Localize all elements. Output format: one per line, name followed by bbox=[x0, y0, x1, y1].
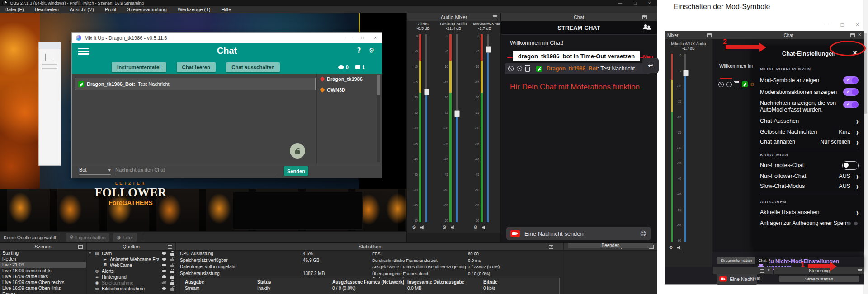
send-button[interactable]: Senden bbox=[284, 166, 308, 176]
twitch-message-input[interactable]: Eine Nachricht senden ☺ bbox=[506, 227, 651, 240]
dock-popout-icon[interactable] bbox=[858, 269, 862, 273]
source-list-item[interactable]: ◍ Alerts bbox=[87, 268, 175, 274]
obs-maximize-button[interactable]: □ bbox=[634, 1, 636, 5]
obs-minimize-button[interactable]: — bbox=[618, 1, 622, 5]
chat-message-input[interactable]: Nachricht an den Chat bbox=[115, 167, 275, 174]
settings-gear-icon[interactable]: ⚙ bbox=[369, 47, 375, 55]
chevron-right-icon[interactable]: › bbox=[856, 207, 859, 217]
setting-unban-requests[interactable]: Anfragen zur Aufhebung einer Sperre bbox=[760, 220, 850, 226]
source-label[interactable]: Alerts bbox=[102, 268, 159, 274]
mixitup-minimize-button[interactable]: — bbox=[347, 35, 351, 40]
setting-pause-chat[interactable]: Chat anhalten bbox=[760, 139, 795, 145]
ban-icon[interactable] bbox=[718, 82, 724, 87]
dock-popout-icon[interactable] bbox=[168, 245, 172, 249]
eye-icon[interactable] bbox=[162, 287, 166, 290]
dock-popout-icon[interactable] bbox=[549, 245, 553, 249]
setting-deleted-messages[interactable]: Gelöschte Nachrichten bbox=[760, 129, 817, 135]
setting-chat-appearance[interactable]: Chat-Aussehen bbox=[760, 118, 799, 124]
filters-button[interactable]: ◑ Filter bbox=[113, 233, 137, 242]
source-list-item[interactable]: ≡ Hintergrund bbox=[87, 274, 175, 280]
reply-button[interactable]: ↩ bbox=[642, 58, 659, 73]
delete-message-icon[interactable] bbox=[525, 67, 530, 72]
mixitup-action-button[interactable]: Chat leeren bbox=[177, 62, 216, 72]
scene-list-item[interactable]: Pause bbox=[0, 291, 86, 294]
lock-open-icon[interactable] bbox=[170, 259, 174, 261]
channel-gear-icon[interactable]: ⚙ bbox=[669, 245, 673, 251]
message-author[interactable]: Dragon_tk1986_Bot bbox=[547, 65, 598, 72]
chevron-right-icon[interactable]: › bbox=[856, 126, 859, 136]
tutorial-minimize-button[interactable]: — bbox=[824, 22, 829, 28]
dock-popout-icon[interactable] bbox=[493, 15, 497, 19]
tutorial-maximize-button[interactable]: □ bbox=[841, 22, 844, 28]
control-button[interactable]: Beenden bbox=[568, 243, 653, 248]
dock-popout-icon[interactable] bbox=[760, 269, 764, 273]
source-list-item[interactable]: ► Animatet Webcame Frame bbox=[87, 256, 175, 262]
lock-open-icon[interactable] bbox=[170, 265, 174, 267]
dock-popout-icon[interactable] bbox=[642, 15, 647, 19]
eye-icon[interactable] bbox=[162, 258, 166, 261]
setting-slow-mode[interactable]: Slow-Chat-Modus bbox=[760, 183, 805, 189]
mixitup-chat-message[interactable]: Dragon_tk1986_Bot: Test Nachricht bbox=[75, 78, 316, 90]
mixitup-action-button[interactable]: Chat ausschalten bbox=[226, 62, 280, 72]
slider-handle[interactable] bbox=[486, 46, 491, 53]
dock-separator[interactable] bbox=[500, 13, 501, 243]
source-label[interactable]: Cam bbox=[102, 251, 159, 256]
automod-toggle[interactable]: ✓ bbox=[843, 101, 859, 108]
user-list-item[interactable]: Dragon_tk1986 bbox=[317, 74, 377, 84]
source-list-item[interactable]: ▭ Bildschirmaufnahme bbox=[87, 285, 175, 291]
properties-button[interactable]: ⚙ Eigenschaften bbox=[66, 233, 109, 242]
source-label[interactable]: Animatet Webcame Frame bbox=[110, 257, 159, 262]
mixitup-action-button[interactable]: Instrumententafel bbox=[112, 62, 166, 72]
source-label[interactable]: Bildschirmaufnahme bbox=[102, 286, 159, 291]
ban-icon[interactable] bbox=[508, 66, 514, 71]
eye-icon[interactable] bbox=[162, 270, 166, 272]
menu-item[interactable]: Datei (F) bbox=[5, 7, 24, 12]
dock-close-icon[interactable]: ✕ bbox=[767, 268, 770, 272]
source-label[interactable]: Hintergrund bbox=[102, 274, 159, 280]
scene-list-item[interactable]: Live 16:09 came links bbox=[0, 274, 86, 280]
tutorial-close-button[interactable]: × bbox=[856, 22, 859, 28]
eye-icon[interactable] bbox=[162, 252, 166, 255]
slider-handle[interactable] bbox=[424, 89, 429, 95]
volume-slider[interactable] bbox=[485, 34, 491, 222]
twitch-chat-message[interactable]: Dragon_tk1986_Bot : Test Nachricht bbox=[505, 63, 650, 74]
chevron-right-icon[interactable]: › bbox=[856, 116, 859, 126]
chevron-right-icon[interactable]: › bbox=[856, 181, 859, 191]
scene-list-item[interactable]: Reden bbox=[0, 256, 86, 262]
scene-list-item[interactable]: Starting bbox=[0, 250, 86, 256]
menu-item[interactable]: Werkzeuge (T) bbox=[178, 7, 211, 12]
timeout-clock-icon[interactable] bbox=[517, 66, 522, 71]
mixitup-close-button[interactable]: × bbox=[374, 35, 377, 40]
menu-item[interactable]: Profil bbox=[105, 7, 116, 12]
scene-list-item[interactable]: Live 16:09 came Oben rechts bbox=[0, 280, 86, 285]
chevron-right-icon[interactable]: › bbox=[856, 136, 859, 146]
lock-closed-icon[interactable] bbox=[170, 282, 174, 285]
mod-symbols-toggle[interactable]: ✓ bbox=[843, 76, 859, 84]
setting-follower-only[interactable]: Nur-Follower-Chat bbox=[760, 173, 806, 179]
speaker-icon[interactable] bbox=[420, 225, 425, 230]
source-list-item[interactable]: ◉ Spielaufnahme bbox=[87, 280, 175, 285]
channel-gear-icon[interactable]: ⚙ bbox=[473, 224, 478, 230]
source-list-item[interactable]: ◘ WebCame bbox=[87, 262, 175, 268]
dock-tab[interactable]: Chat bbox=[755, 257, 769, 264]
menu-item[interactable]: Szenensammlung bbox=[127, 7, 167, 12]
dock-tab[interactable]: Streaminformation bbox=[717, 257, 755, 264]
speaker-icon[interactable] bbox=[677, 246, 682, 250]
volume-slider[interactable] bbox=[454, 34, 459, 222]
mixitup-scrollbar[interactable] bbox=[377, 75, 380, 162]
expand-chevron-icon[interactable] bbox=[89, 251, 92, 255]
menu-item[interactable]: Bearbeiten bbox=[35, 7, 59, 12]
lock-closed-icon[interactable] bbox=[170, 276, 174, 279]
lock-closed-icon[interactable] bbox=[170, 271, 174, 273]
dock-close-icon[interactable]: ✕ bbox=[858, 33, 861, 37]
source-list-item[interactable]: ▨ Cam bbox=[87, 250, 175, 256]
timeout-clock-icon[interactable] bbox=[726, 82, 732, 87]
lock-open-icon[interactable] bbox=[170, 288, 174, 291]
help-icon[interactable]: ? bbox=[357, 47, 361, 55]
speaker-icon[interactable] bbox=[482, 225, 487, 230]
speaker-icon[interactable] bbox=[451, 225, 456, 230]
channel-gear-icon[interactable]: ⚙ bbox=[412, 224, 416, 230]
menu-item[interactable]: Ansicht (V) bbox=[70, 7, 94, 12]
stream-start-button[interactable]: Stream starten bbox=[779, 276, 859, 282]
volume-slider[interactable] bbox=[424, 34, 429, 222]
